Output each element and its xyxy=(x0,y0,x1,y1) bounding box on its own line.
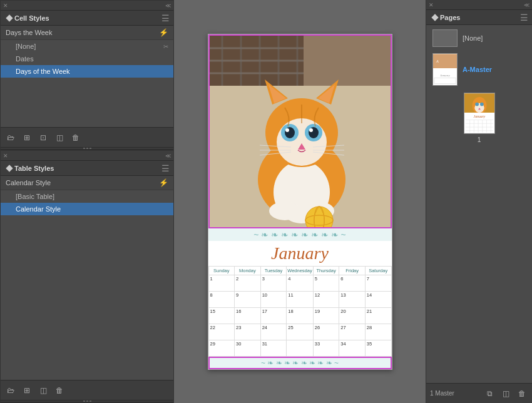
svg-point-51 xyxy=(479,103,483,106)
calendar-cell-w5d4[interactable] xyxy=(287,340,313,356)
svg-text:January: January xyxy=(473,115,485,118)
table-styles-collapse[interactable]: ≪ xyxy=(165,153,171,159)
pages-menu-button[interactable]: ☰ xyxy=(520,13,528,23)
pages-duplicate-button[interactable]: ⧉ xyxy=(483,387,496,400)
calendar-cell-w4d1[interactable]: 22 xyxy=(208,324,235,340)
calendar-body: 1234567891011121314151617181920212223242… xyxy=(208,275,391,356)
calendar-cell-w2d5[interactable]: 12 xyxy=(313,291,339,307)
table-styles-menu-button[interactable]: ☰ xyxy=(161,163,170,173)
table-styles-diamond-icon xyxy=(6,165,13,171)
calendar-cell-w3d6[interactable]: 20 xyxy=(339,307,366,324)
table-styles-header: Table Styles ☰ xyxy=(1,161,173,176)
cell-styles-lightning-icon[interactable]: ⚡ xyxy=(159,28,168,37)
calendar-cell-w5d3[interactable]: 31 xyxy=(260,340,287,356)
calendar-cell-w3d3[interactable]: 17 xyxy=(260,307,287,324)
canvas-area: ~ ❧ ❧ ❧ ❧ ❧ ❧ ❧ ❧ ~ January Sunday Monda… xyxy=(174,0,426,403)
pages-panel-header: Pages ☰ xyxy=(426,10,532,25)
calendar-cell-w5d2[interactable]: 30 xyxy=(235,340,261,356)
table-style-item-basic[interactable]: [Basic Table] xyxy=(1,190,173,203)
calendar-cell-w5d6[interactable]: 34 xyxy=(339,340,366,356)
calendar-cell-w2d3[interactable]: 10 xyxy=(260,291,287,307)
calendar-week-5: 293031333435 xyxy=(208,340,391,356)
pages-close[interactable]: ✕ xyxy=(429,2,434,8)
header-wednesday: Wednesday xyxy=(287,266,313,275)
calendar-week-4: 22232425262728 xyxy=(208,324,391,340)
calendar-cell-w4d2[interactable]: 23 xyxy=(235,324,261,340)
pages-new-button[interactable]: ◫ xyxy=(499,387,512,400)
cell-styles-style-button[interactable]: ⊡ xyxy=(37,131,49,144)
calendar-cell-w3d5[interactable]: 19 xyxy=(313,307,339,324)
calendar-cell-w2d2[interactable]: 9 xyxy=(235,291,261,307)
table-styles-title-area: Table Styles xyxy=(4,165,161,172)
calendar-cell-w2d7[interactable]: 14 xyxy=(365,291,391,307)
cell-styles-folder-button[interactable]: 🗁 xyxy=(4,131,17,144)
calendar-cell-w4d6[interactable]: 27 xyxy=(339,324,366,340)
cell-styles-redefine-button[interactable]: ◫ xyxy=(53,131,66,144)
calendar-cell-w3d2[interactable]: 16 xyxy=(235,307,261,324)
cell-styles-collapse[interactable]: ≪ xyxy=(165,3,171,9)
kitten-photo xyxy=(210,36,392,228)
calendar-cell-w1d5[interactable]: 5 xyxy=(313,275,339,291)
calendar-cell-w1d3[interactable]: 3 xyxy=(260,275,287,291)
table-styles-folder-button[interactable]: 🗁 xyxy=(4,384,17,397)
calendar-cell-w1d1[interactable]: 1 xyxy=(208,275,235,291)
cell-style-item-dates[interactable]: Dates xyxy=(1,53,173,65)
calendar-cell-w4d7[interactable]: 28 xyxy=(365,324,391,340)
resize-dot-3 xyxy=(90,148,91,149)
cell-styles-list: [None] ✂ Dates Days of the Week xyxy=(1,40,173,127)
svg-point-16 xyxy=(269,202,300,220)
cell-styles-copy-button[interactable]: ⊞ xyxy=(21,131,33,144)
ornament-top-decoration: ~ ❧ ❧ ❧ ❧ ❧ ❧ ❧ ❧ ~ xyxy=(253,230,345,240)
calendar-cell-w2d4[interactable]: 11 xyxy=(287,291,313,307)
photo-section xyxy=(208,34,392,228)
calendar-week-3: 15161718192021 xyxy=(208,307,391,324)
cell-styles-header: Cell Styles ☰ xyxy=(1,11,173,26)
cell-style-item-days[interactable]: Days of the Week xyxy=(1,65,173,78)
cell-styles-menu-button[interactable]: ☰ xyxy=(161,13,170,23)
table-styles-resize-handle[interactable] xyxy=(1,400,173,402)
page1-thumbnail[interactable]: January xyxy=(464,93,495,134)
calendar-cell-w4d3[interactable]: 24 xyxy=(260,324,287,340)
table-styles-copy-button[interactable]: ⊞ xyxy=(21,384,33,397)
calendar-cell-w5d5[interactable]: 33 xyxy=(313,340,339,356)
cell-styles-delete-button[interactable]: 🗑 xyxy=(69,131,82,144)
calendar-cell-w5d7[interactable]: 35 xyxy=(365,340,391,356)
cell-styles-diamond-icon xyxy=(6,14,13,21)
pages-toolbar: 1 Master ⧉ ◫ 🗑 xyxy=(426,383,532,403)
calendar-cell-w1d4[interactable]: 4 xyxy=(287,275,313,291)
cell-style-item-none[interactable]: [None] ✂ xyxy=(1,40,173,53)
pages-none-row[interactable]: [None] xyxy=(429,28,529,49)
cell-styles-toolbar: 🗁 ⊞ ⊡ ◫ 🗑 xyxy=(1,127,173,147)
header-friday: Friday xyxy=(339,266,366,275)
pages-title-area: Pages xyxy=(430,14,520,21)
left-panels: ✕ ≪ Cell Styles ☰ Days the Week ⚡ [None]… xyxy=(0,0,174,403)
pages-amaster-row[interactable]: January A A-Master xyxy=(429,51,529,88)
pages-delete-button[interactable]: 🗑 xyxy=(516,387,528,400)
calendar-cell-w2d1[interactable]: 8 xyxy=(208,291,235,307)
table-styles-redefine-button[interactable]: ◫ xyxy=(37,384,49,397)
cell-styles-resize-handle[interactable] xyxy=(1,147,173,150)
calendar-cell-w1d7[interactable]: 7 xyxy=(365,275,391,291)
header-tuesday: Tuesday xyxy=(260,266,287,275)
cell-styles-close[interactable]: ✕ xyxy=(3,3,8,9)
pages-amaster-label[interactable]: A-Master xyxy=(463,66,492,73)
calendar-cell-w1d2[interactable]: 2 xyxy=(235,275,261,291)
cell-styles-title-area: Cell Styles xyxy=(4,14,161,22)
calendar-cell-w1d6[interactable]: 6 xyxy=(339,275,366,291)
calendar-cell-w5d1[interactable]: 29 xyxy=(208,340,235,356)
calendar-cell-w4d4[interactable]: 25 xyxy=(287,324,313,340)
resize-dot-1 xyxy=(83,148,85,149)
calendar-table: Sunday Monday Tuesday Wednesday Thursday… xyxy=(208,266,392,357)
calendar-cell-w2d6[interactable]: 13 xyxy=(339,291,366,307)
table-styles-lightning-icon[interactable]: ⚡ xyxy=(159,178,168,187)
pages-collapse[interactable]: ≪ xyxy=(524,2,529,8)
table-style-item-calendar[interactable]: Calendar Style xyxy=(1,203,173,215)
calendar-cell-w3d4[interactable]: 18 xyxy=(287,307,313,324)
calendar-cell-w4d5[interactable]: 26 xyxy=(313,324,339,340)
table-styles-delete-button[interactable]: 🗑 xyxy=(53,384,66,397)
page1-thumb-img: January xyxy=(464,93,494,134)
calendar-cell-w3d1[interactable]: 15 xyxy=(208,307,235,324)
calendar-cell-w3d7[interactable]: 21 xyxy=(365,307,391,324)
table-styles-close[interactable]: ✕ xyxy=(3,153,8,159)
month-title: January xyxy=(208,241,392,266)
